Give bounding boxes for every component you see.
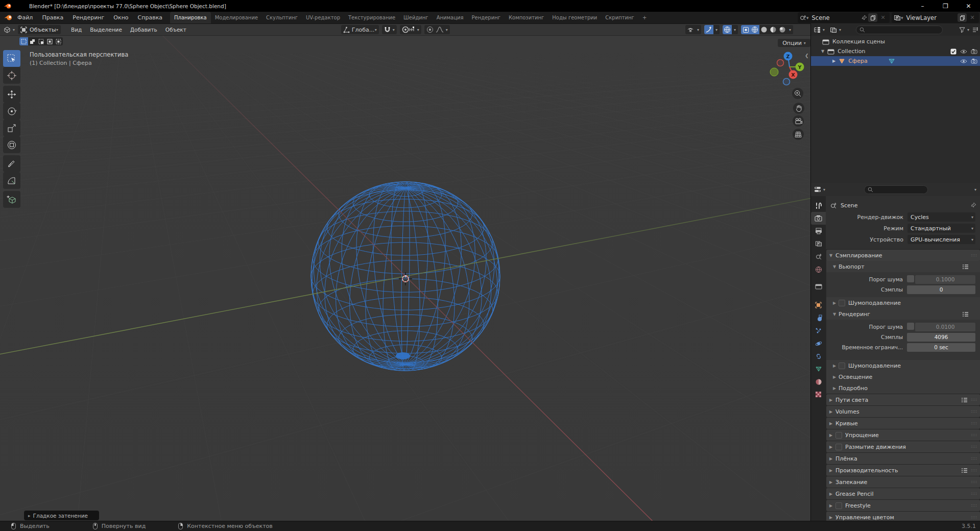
shading-material-button[interactable] xyxy=(769,25,778,34)
collection-expand-arrow[interactable]: ▼ xyxy=(821,49,824,54)
render-time-value[interactable]: 0 sec xyxy=(907,343,975,352)
toggle-projection-button[interactable] xyxy=(793,129,804,140)
scene-copy-button[interactable] xyxy=(868,13,877,22)
tab-world-properties[interactable] xyxy=(811,263,826,276)
tab-compositing[interactable]: Композитинг xyxy=(505,12,548,23)
options-button[interactable]: Опции▾ xyxy=(778,39,810,47)
xray-toggle[interactable] xyxy=(741,25,750,34)
collection-render-visibility-icon[interactable] xyxy=(971,49,977,54)
render-samples-value[interactable]: 4096 xyxy=(907,333,975,342)
close-button[interactable]: ✕ xyxy=(957,0,980,12)
select-mode-intersect[interactable] xyxy=(54,37,63,45)
select-mode-new[interactable] xyxy=(19,37,28,45)
tab-scripting[interactable]: Скриптинг xyxy=(601,12,638,23)
tab-constraint-properties[interactable] xyxy=(811,350,826,363)
tool-add-cube[interactable] xyxy=(3,191,20,208)
scene-selector[interactable]: ▾ Scene ✕ xyxy=(798,12,890,23)
tab-particle-properties[interactable] xyxy=(811,324,826,337)
minimize-button[interactable]: – xyxy=(911,0,934,12)
collection-hide-icon[interactable] xyxy=(960,49,967,54)
viewport-denoise-header[interactable]: ▶Шумоподавление xyxy=(826,297,980,308)
tab-collection-properties[interactable] xyxy=(811,280,826,293)
freestyle-checkbox[interactable] xyxy=(835,502,842,509)
viewlayer-delete-button[interactable]: ✕ xyxy=(968,13,977,22)
camera-view-button[interactable] xyxy=(793,115,804,127)
gizmo-dropdown[interactable]: ▾ xyxy=(713,25,720,34)
select-mode-subtract[interactable] xyxy=(37,37,45,45)
render-noise-value[interactable]: 0.0100 xyxy=(915,323,975,331)
sampling-render-header[interactable]: ▼Рендеринг xyxy=(826,308,980,320)
tab-texture[interactable]: Текстурирование xyxy=(344,12,399,23)
shading-rendered-button[interactable] xyxy=(778,25,787,34)
menu-window[interactable]: Окно xyxy=(109,14,133,21)
device-dropdown[interactable]: GPU-вычисления▾ xyxy=(907,235,975,244)
tab-viewlayer-properties[interactable] xyxy=(811,237,826,250)
operator-panel[interactable]: ▸Гладкое затенение xyxy=(24,511,99,520)
tool-measure[interactable] xyxy=(3,172,20,189)
tab-animation[interactable]: Анимация xyxy=(433,12,468,23)
pin-icon[interactable] xyxy=(861,15,867,21)
simplify-checkbox[interactable] xyxy=(835,432,842,439)
render-denoise-header[interactable]: ▶Шумоподавление xyxy=(826,360,980,371)
tool-annotate[interactable] xyxy=(3,155,20,172)
tab-shading[interactable]: Шейдинг xyxy=(399,12,433,23)
tool-transform[interactable] xyxy=(3,136,20,153)
view-menu[interactable]: Вид xyxy=(67,27,86,33)
preset-icon[interactable] xyxy=(962,264,969,270)
properties-options-button[interactable]: ▾ xyxy=(972,187,980,192)
sphere-expand-arrow[interactable]: ▶ xyxy=(832,59,835,63)
viewlayer-copy-button[interactable] xyxy=(958,13,967,22)
render-denoise-checkbox[interactable] xyxy=(839,363,845,369)
select-mode-extend[interactable] xyxy=(28,37,37,45)
outliner-row-sphere[interactable]: ▶ Сфера xyxy=(811,56,980,66)
pan-button[interactable] xyxy=(793,103,804,114)
lights-header[interactable]: ▶Освещение xyxy=(826,371,980,382)
snap-target-dropdown[interactable]: ▾ xyxy=(400,25,421,34)
viewlayer-selector[interactable]: ▾ ViewLayer ✕ xyxy=(892,12,979,23)
outliner-row-collection[interactable]: ▼ Collection xyxy=(811,46,980,56)
outliner-editor-type-button[interactable]: ▾ xyxy=(811,27,827,33)
tab-geometry-nodes[interactable]: Ноды геометрии xyxy=(548,12,601,23)
breadcrumb-pin-icon[interactable] xyxy=(970,202,976,208)
shading-wireframe-button[interactable] xyxy=(750,25,759,34)
sampling-viewport-header[interactable]: ▼Вьюпорт xyxy=(826,261,980,272)
tab-modeling[interactable]: Моделирование xyxy=(211,12,262,23)
sphere-render-visibility-icon[interactable] xyxy=(971,58,977,64)
shading-dropdown[interactable]: ▾ xyxy=(787,25,793,34)
collection-checkbox-icon[interactable] xyxy=(950,49,957,55)
menu-render[interactable]: Рендеринг xyxy=(68,14,109,21)
tab-data-properties[interactable] xyxy=(811,363,826,375)
feature-set-dropdown[interactable]: Стандартный▾ xyxy=(907,224,975,233)
render-preset-icon[interactable] xyxy=(962,311,969,317)
maximize-button[interactable]: ❐ xyxy=(934,0,957,12)
menu-help[interactable]: Справка xyxy=(133,14,167,21)
tab-object-properties[interactable] xyxy=(811,299,826,311)
menu-file[interactable]: Файл xyxy=(13,14,37,21)
tab-material-properties[interactable] xyxy=(811,375,826,388)
blender-app-icon[interactable] xyxy=(4,14,13,21)
mode-dropdown[interactable]: Объекты ▾ xyxy=(18,25,61,34)
tool-scale[interactable] xyxy=(3,119,20,136)
properties-editor-type-button[interactable]: ▾ xyxy=(811,186,828,193)
menu-edit[interactable]: Правка xyxy=(37,14,68,21)
overlays-dropdown[interactable]: ▾ xyxy=(732,25,738,34)
visibility-dropdown[interactable]: ▾ xyxy=(685,25,701,34)
tab-sculpting[interactable]: Скульптинг xyxy=(262,12,302,23)
editor-type-button[interactable]: ▾ xyxy=(0,26,18,33)
tool-select-box[interactable] xyxy=(3,50,20,67)
select-mode-invert[interactable] xyxy=(45,37,54,45)
scene-delete-button[interactable]: ✕ xyxy=(878,13,888,22)
gizmo-toggle[interactable] xyxy=(704,25,713,34)
viewport-noise-value[interactable]: 0.1000 xyxy=(915,275,975,284)
properties-search[interactable] xyxy=(864,185,928,194)
outliner-row-scene-collection[interactable]: Коллекция сцены xyxy=(811,37,980,46)
overlays-toggle[interactable] xyxy=(723,25,732,34)
object-menu[interactable]: Объект xyxy=(161,27,190,33)
outliner-search[interactable] xyxy=(856,26,943,34)
outliner-display-mode-button[interactable]: ▾ xyxy=(827,27,844,33)
render-noise-checkbox[interactable] xyxy=(907,323,914,330)
zoom-button[interactable] xyxy=(792,88,803,99)
viewport-samples-value[interactable]: 0 xyxy=(907,285,975,294)
motion-blur-checkbox[interactable] xyxy=(835,444,842,450)
proportional-editing-group[interactable]: ▾ xyxy=(424,25,450,34)
